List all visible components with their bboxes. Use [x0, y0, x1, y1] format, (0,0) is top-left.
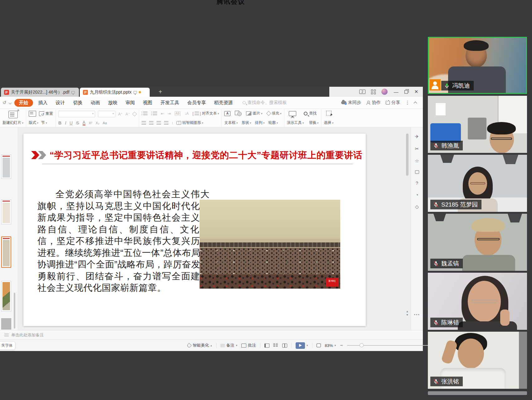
thumbnail-scrollbar[interactable] [14, 293, 15, 329]
menu-devtools[interactable]: 开发工具 [157, 99, 183, 107]
account-avatar[interactable] [381, 89, 388, 95]
participant-tile-2[interactable]: 韩渔胤 [428, 96, 527, 153]
font-name-select[interactable] [58, 111, 95, 117]
zoom-out-button[interactable]: − [340, 343, 343, 348]
slide-thumbnail-4[interactable] [1, 281, 11, 311]
sync-status[interactable]: 未同步 [341, 100, 361, 105]
slide-body-text[interactable]: 全党必须高举中国特色社会主义伟大旗帜，坚持以马克思主义中国化时代化最新成果为指导… [37, 188, 210, 294]
menu-slideshow[interactable]: 放映 [104, 99, 122, 107]
slide-thumbnail-1[interactable] [1, 154, 11, 179]
slide-sorter-view-button[interactable] [273, 344, 278, 348]
conference-photo[interactable]: 新华社 [200, 200, 340, 289]
participant-tile-6[interactable]: 张洪铭 [428, 332, 527, 389]
new-slide-button[interactable]: 新建幻灯片 [2, 120, 23, 125]
comments-button[interactable]: 批注 [241, 343, 256, 348]
quickbar-caret-icon[interactable] [8, 101, 12, 104]
decrease-indent-icon[interactable]: ⇤ [161, 111, 164, 116]
select-icon[interactable] [326, 111, 331, 115]
textbox-icon[interactable]: A [224, 111, 230, 116]
change-case-button[interactable]: Aa [103, 121, 107, 125]
present-tools-icon[interactable] [289, 111, 296, 116]
font-color-button[interactable]: A [83, 120, 85, 125]
bold-button[interactable]: B [58, 120, 61, 125]
layout-button[interactable]: 版式 [29, 120, 38, 125]
replace-button[interactable]: 替换 [309, 120, 319, 125]
menu-transition[interactable]: 切换 [69, 99, 87, 107]
subscript-button[interactable]: X₂ [96, 121, 99, 125]
slide-thumbnail-5[interactable] [1, 318, 11, 329]
italic-button[interactable]: I [65, 120, 66, 125]
menu-animation[interactable]: 动画 [87, 99, 104, 107]
text-direction-icon[interactable]: AB [175, 111, 181, 115]
zoom-level[interactable]: 83% ▾ [325, 343, 336, 348]
undo-icon[interactable]: ↺ [2, 100, 7, 105]
shape-button[interactable]: 形状 [242, 120, 251, 125]
slide-thumbnail-2[interactable] [1, 199, 11, 224]
missing-font-toast[interactable]: 失字体 [0, 341, 15, 350]
restore-button[interactable] [404, 90, 408, 94]
arrange-button[interactable]: 排列 [255, 120, 265, 125]
align-text-button[interactable]: [] 对齐文本 [192, 111, 219, 116]
participant-tile-1[interactable]: 冯凯迪 [428, 37, 527, 94]
comment-icon[interactable]: ◔ [411, 192, 423, 198]
align-right-icon[interactable] [157, 121, 161, 124]
increase-indent-icon[interactable]: ⇥ [168, 111, 171, 116]
slide-thumbnail-3-current[interactable] [1, 237, 11, 268]
find-button[interactable]: 查找 [304, 111, 317, 116]
play-slideshow-button[interactable]: ▾ [296, 342, 308, 349]
shrink-font-icon[interactable]: A⁻ [125, 112, 130, 116]
participant-tile-3[interactable]: S2185 范梦园 [428, 155, 527, 212]
reset-button[interactable]: 重置 [39, 111, 53, 116]
close-button[interactable]: ✕ [414, 89, 419, 95]
line-spacing-icon[interactable]: ↕ [172, 121, 173, 125]
bullet-list-icon[interactable] [143, 112, 148, 115]
new-slide-icon[interactable] [8, 111, 18, 118]
outline-button[interactable]: 轮廓 [268, 120, 278, 125]
align-justify-icon[interactable] [164, 121, 168, 124]
to-smartart-button[interactable]: 转智能图形 [177, 120, 203, 125]
star-icon[interactable]: ☆ [411, 158, 423, 164]
notes-bar[interactable]: 单击此处添加备注 [0, 330, 423, 339]
menu-start[interactable]: 开始 [14, 99, 33, 107]
window-panel-icon[interactable] [415, 170, 419, 174]
smart-beautify-button[interactable]: 智能美化 ▴ [187, 343, 212, 348]
menu-docer[interactable]: 稻壳资源 [210, 99, 237, 107]
collapse-ribbon-icon[interactable] [414, 101, 417, 105]
shield-icon[interactable]: ◇ [411, 204, 423, 210]
launch-icon[interactable]: ✈ [411, 134, 423, 139]
menu-membership[interactable]: 会员专享 [183, 99, 210, 107]
current-slide[interactable]: “学习习近平总书记重要讲话精神，迎接党的二十大”专题研讨班上的重要讲话 全党必须… [23, 134, 366, 326]
split-window-icon[interactable]: 2 [359, 90, 365, 94]
tab-pdf-document[interactable]: P 关于开展好2022...] 46号）.pdf [1, 88, 79, 97]
fill-button[interactable]: 填充 [267, 111, 282, 116]
menu-design[interactable]: 设计 [52, 99, 69, 107]
align-center-icon[interactable] [149, 121, 153, 124]
numbered-list-icon[interactable] [153, 112, 157, 115]
tab-ppt-document[interactable]: P 九月组织生活ppt.pptx [80, 88, 150, 97]
sort-icon[interactable]: ↓A [184, 111, 189, 116]
normal-view-button[interactable] [264, 344, 269, 348]
grow-font-icon[interactable]: A⁺ [118, 112, 123, 116]
minimize-button[interactable]: — [393, 89, 399, 95]
menu-view[interactable]: 视图 [139, 99, 157, 107]
help-icon[interactable]: ? [411, 180, 423, 186]
menu-review[interactable]: 审阅 [122, 99, 139, 107]
zoom-slider[interactable] [347, 345, 431, 346]
zoom-slider-knob[interactable] [360, 343, 364, 347]
strikethrough-button[interactable]: S [76, 120, 79, 125]
share-button[interactable]: 分享 [386, 100, 400, 105]
font-size-select[interactable] [98, 111, 115, 117]
select-button[interactable]: 选择 [324, 120, 334, 125]
underline-button[interactable]: U [70, 120, 73, 125]
rail-more-icon[interactable]: ••• [411, 312, 423, 317]
command-search[interactable]: 查找命令、搜索模板 [243, 100, 287, 105]
new-tab-button[interactable]: + [156, 87, 165, 96]
present-tools-button[interactable]: 演示工具 [287, 120, 304, 125]
scroll-arrows[interactable]: ▲▼ [406, 310, 409, 317]
layout-icon[interactable] [29, 111, 36, 117]
superscript-button[interactable]: X² [89, 121, 92, 125]
align-left-icon[interactable] [142, 121, 146, 124]
collaborate-button[interactable]: 协作 [366, 100, 381, 105]
notes-toggle-button[interactable]: 备注 ▾ [220, 343, 238, 348]
shapes-icon[interactable] [235, 111, 242, 116]
